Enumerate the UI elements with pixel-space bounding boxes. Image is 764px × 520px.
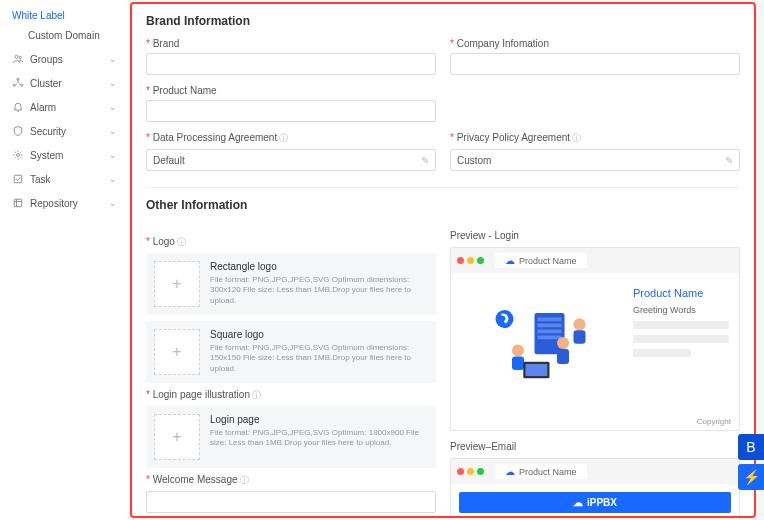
svg-rect-11 <box>538 330 562 334</box>
square-logo-upload: + Square logo File format: PNG,JPG,JPEG,… <box>146 321 436 383</box>
mac-min-icon <box>467 468 474 475</box>
chevron-down-icon: ⌄ <box>109 198 117 208</box>
upload-dropzone[interactable]: + <box>154 261 200 307</box>
company-input[interactable] <box>450 53 740 75</box>
chevron-down-icon: ⌄ <box>109 78 117 88</box>
upload-desc: File format: PNG,JPG,JPEG,SVG Optimum: 1… <box>210 428 428 449</box>
email-banner: ☁ iPPBX <box>459 492 731 513</box>
sidebar-item-repository[interactable]: Repository ⌄ <box>0 191 129 215</box>
mac-close-icon <box>457 257 464 264</box>
badge-button[interactable]: B <box>738 434 764 460</box>
svg-point-2 <box>17 78 19 80</box>
svg-rect-6 <box>14 175 22 183</box>
dpa-label: Data Processing Agreementⓘ <box>146 132 436 145</box>
help-icon[interactable]: ⓘ <box>572 133 581 143</box>
preview-copyright: Copyright <box>451 413 739 430</box>
company-label: Company Infomation <box>450 38 740 49</box>
section-title: Brand Information <box>146 14 740 28</box>
cloud-icon: ☁ <box>505 466 515 477</box>
svg-point-1 <box>19 56 21 58</box>
placeholder-bar <box>633 321 729 329</box>
sidebar-item-task[interactable]: Task ⌄ <box>0 167 129 191</box>
svg-point-5 <box>17 154 20 157</box>
welcome-message-label: Welcome Messageⓘ <box>146 474 436 487</box>
repo-icon <box>12 197 24 209</box>
help-icon[interactable]: ⓘ <box>252 390 261 400</box>
svg-point-3 <box>13 84 15 86</box>
edit-icon[interactable]: ✎ <box>421 155 429 166</box>
brand-input[interactable] <box>146 53 436 75</box>
task-icon <box>12 173 24 185</box>
product-name-input[interactable] <box>146 100 436 122</box>
upload-title: Square logo <box>210 329 428 340</box>
brand-label: Brand <box>146 38 436 49</box>
svg-rect-10 <box>538 324 562 328</box>
help-icon[interactable]: ⓘ <box>279 133 288 143</box>
sidebar: White Label Custom Domain Groups ⌄ Clust… <box>0 0 130 520</box>
preview-product-name: Product Name <box>633 287 729 299</box>
svg-rect-17 <box>557 349 569 364</box>
preview-tab: ☁ Product Name <box>495 253 587 268</box>
rectangle-logo-upload: + Rectangle logo File format: PNG,JPG,JP… <box>146 253 436 315</box>
mac-close-icon <box>457 468 464 475</box>
svg-rect-19 <box>526 364 548 376</box>
shield-icon <box>12 125 24 137</box>
preview-greeting: Greeting Words <box>633 305 729 315</box>
upload-title: Rectangle logo <box>210 261 428 272</box>
cluster-icon <box>12 77 24 89</box>
svg-point-14 <box>512 345 524 357</box>
preview-login-title: Preview - Login <box>450 230 740 241</box>
svg-rect-7 <box>14 199 22 207</box>
cloud-icon: ☁ <box>505 255 515 266</box>
gear-icon <box>12 149 24 161</box>
sidebar-item-groups[interactable]: Groups ⌄ <box>0 47 129 71</box>
ppa-select[interactable]: Custom✎ <box>450 149 740 171</box>
placeholder-bar <box>633 335 729 343</box>
preview-tab: ☁ Product Name <box>495 464 587 479</box>
sidebar-item-white-label[interactable]: White Label <box>0 4 129 27</box>
preview-login: ☁ Product Name <box>450 247 740 431</box>
svg-rect-21 <box>574 330 586 344</box>
brand-information-section: Brand Information Brand Company Infomati… <box>132 4 754 187</box>
mac-max-icon <box>477 257 484 264</box>
section-title: Other Information <box>146 198 740 212</box>
dpa-select[interactable]: Default✎ <box>146 149 436 171</box>
product-name-label: Product Name <box>146 85 436 96</box>
upload-desc: File format: PNG,JPG,JPEG,SVG Optimum di… <box>210 275 428 306</box>
preview-email: ☁ Product Name ☁ iPPBX <box>450 458 740 518</box>
upload-dropzone[interactable]: + <box>154 414 200 460</box>
chevron-down-icon: ⌄ <box>109 102 117 112</box>
sidebar-item-security[interactable]: Security ⌄ <box>0 119 129 143</box>
chevron-down-icon: ⌄ <box>109 126 117 136</box>
upload-dropzone[interactable]: + <box>154 329 200 375</box>
svg-point-4 <box>21 84 23 86</box>
chevron-down-icon: ⌄ <box>109 174 117 184</box>
svg-point-20 <box>574 318 586 330</box>
help-icon[interactable]: ⓘ <box>240 475 249 485</box>
sidebar-item-alarm[interactable]: Alarm ⌄ <box>0 95 129 119</box>
sidebar-item-cluster[interactable]: Cluster ⌄ <box>0 71 129 95</box>
login-illustration-label: Login page illustrationⓘ <box>146 389 436 402</box>
chevron-down-icon: ⌄ <box>109 150 117 160</box>
login-illustration <box>461 281 623 405</box>
svg-point-13 <box>496 310 514 328</box>
svg-rect-9 <box>538 318 562 322</box>
logo-label: Logoⓘ <box>146 236 436 249</box>
users-icon <box>12 53 24 65</box>
cloud-icon: ☁ <box>573 497 583 508</box>
svg-point-0 <box>15 55 18 58</box>
svg-point-16 <box>557 337 569 349</box>
sidebar-sub-custom-domain[interactable]: Custom Domain <box>0 27 129 47</box>
bell-icon <box>12 101 24 113</box>
svg-rect-15 <box>512 357 524 371</box>
mac-max-icon <box>477 468 484 475</box>
main-content: Brand Information Brand Company Infomati… <box>130 0 764 520</box>
upload-title: Login page <box>210 414 428 425</box>
help-icon[interactable]: ⓘ <box>177 237 186 247</box>
welcome-message-input[interactable] <box>146 491 436 513</box>
ppa-label: Privacy Policy Agreementⓘ <box>450 132 740 145</box>
preview-email-title: Preview–Email <box>450 441 740 452</box>
edit-icon[interactable]: ✎ <box>725 155 733 166</box>
sidebar-item-system[interactable]: System ⌄ <box>0 143 129 167</box>
lightning-button[interactable]: ⚡ <box>738 464 764 490</box>
